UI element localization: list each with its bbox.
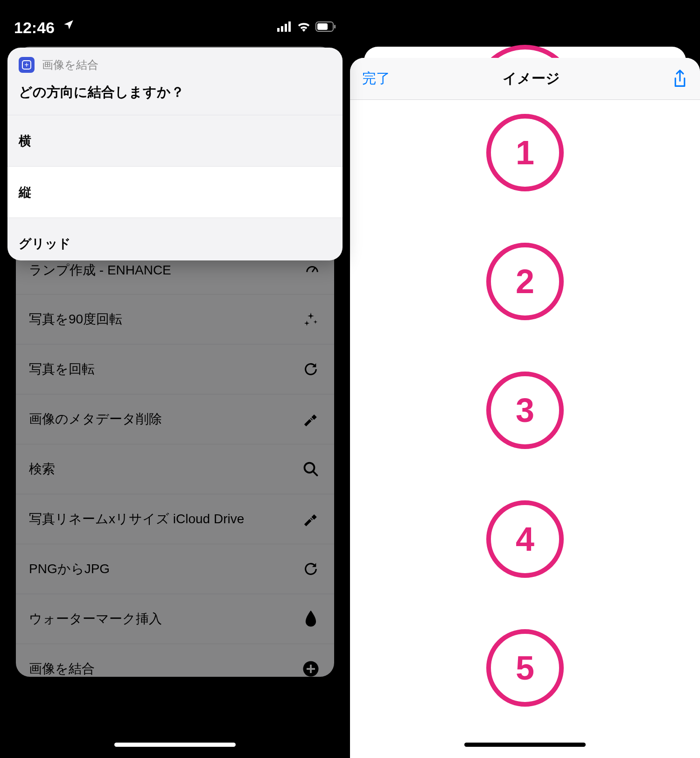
number-circle: 3 [486, 372, 564, 449]
number-circle: 4 [486, 500, 564, 578]
prompt-option-horizontal[interactable]: 横 [7, 115, 343, 166]
left-screenshot: 12:46 ランプ作成 - ENHANCE [0, 0, 350, 758]
preview-title: イメージ [503, 69, 560, 88]
svg-rect-2 [285, 24, 287, 32]
svg-rect-1 [281, 26, 283, 32]
share-button[interactable] [672, 69, 688, 89]
shortcut-app-icon: + [19, 57, 35, 73]
status-time: 12:46 [14, 19, 55, 37]
cellular-icon [277, 21, 292, 32]
prompt-option-grid[interactable]: グリッド [7, 218, 343, 260]
svg-rect-5 [317, 23, 328, 30]
number-circle: 1 [486, 114, 564, 191]
location-icon [63, 19, 75, 31]
status-bar: 12:46 [0, 19, 350, 42]
svg-rect-0 [277, 28, 280, 32]
number-circle: 5 [486, 629, 564, 707]
combined-image-preview[interactable]: 1 2 3 4 5 [350, 100, 700, 707]
home-indicator[interactable] [114, 743, 236, 747]
preview-navbar: 完了 イメージ [350, 58, 700, 100]
done-button[interactable]: 完了 [362, 69, 390, 88]
svg-rect-6 [334, 25, 336, 28]
battery-icon [315, 21, 336, 32]
svg-rect-3 [288, 21, 291, 32]
direction-prompt-sheet: + 画像を結合 どの方向に結合しますか？ 横 縦 グリッド [7, 48, 343, 260]
prompt-option-vertical[interactable]: 縦 [7, 166, 343, 218]
prompt-question: どの方向に結合しますか？ [7, 73, 343, 115]
wifi-icon [297, 21, 311, 32]
right-screenshot: 完了 イメージ 1 2 3 4 5 [350, 0, 700, 758]
image-preview-sheet: 完了 イメージ 1 2 3 4 5 [350, 58, 700, 758]
home-indicator[interactable] [464, 743, 586, 747]
number-circle: 2 [486, 243, 564, 320]
shortcut-app-name: 画像を結合 [42, 57, 98, 72]
